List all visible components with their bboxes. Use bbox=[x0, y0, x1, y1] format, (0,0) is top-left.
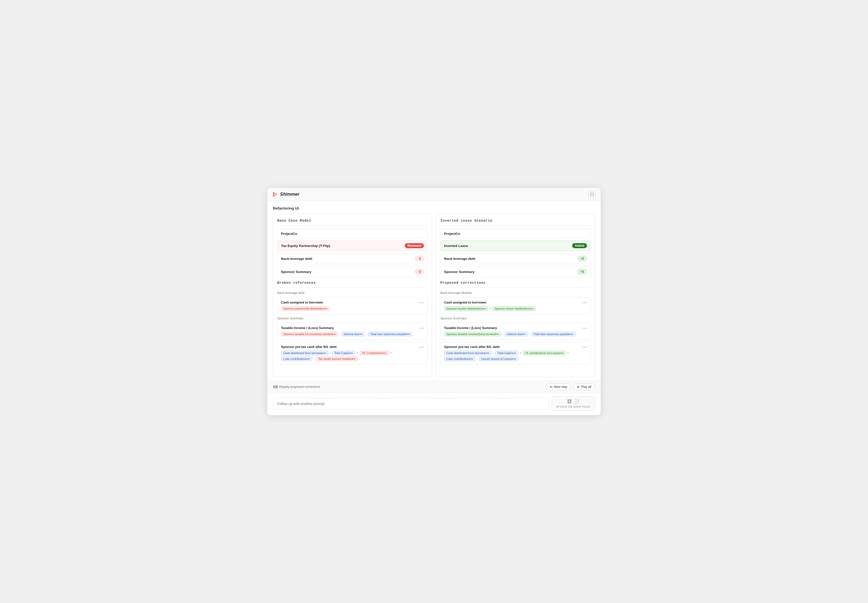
inverted-model-list: ProjectCo Inverted Lease Added Back-leve… bbox=[440, 229, 591, 277]
play-icon bbox=[577, 385, 580, 388]
correction-pretax-tags: Cash distributed from borrower••• - Tota… bbox=[444, 351, 587, 361]
tag-sponsor-partnership: Sponsor partnership distribution••• bbox=[281, 306, 329, 311]
page-title: Refactoring UI bbox=[273, 206, 595, 210]
tag-total-capex: Total CapEx••• bbox=[332, 351, 355, 355]
inverted-sponsor-badge: +2 bbox=[578, 269, 587, 274]
op-minus-8: - bbox=[477, 357, 478, 360]
broken-refs-section: Back-leverage debt Cash assigned to borr… bbox=[277, 291, 428, 364]
base-backleverage-badge: -2 bbox=[415, 256, 424, 261]
correction-cash-assigned-card: Cash assigned to borrower Sponsor lessee… bbox=[440, 297, 591, 314]
op-minus-7: - bbox=[493, 351, 494, 355]
inverted-lease-label: Inverted Lease bbox=[444, 244, 468, 248]
tag-te-contributions: TE Contributions••• bbox=[360, 351, 389, 355]
inverted-sponsor-summary-item: Sponsor Summary +2 bbox=[440, 266, 591, 277]
broken-refs-title: Broken references bbox=[277, 281, 428, 288]
op-plus-1: + bbox=[357, 351, 358, 355]
file-attach-icons: 🖼 📄 bbox=[567, 399, 579, 405]
correction-taxable-income-title: Taxable Income / (Loss) Summary bbox=[444, 326, 587, 330]
inverted-projectco-item: ProjectCo bbox=[440, 229, 591, 238]
svg-marker-0 bbox=[274, 192, 277, 196]
app-title: Shimmer bbox=[280, 192, 300, 197]
op-plus-3: + bbox=[489, 307, 491, 310]
inverted-projectco-label: ProjectCo bbox=[444, 232, 460, 236]
broken-pretax-cash-card: Sponsor pre-tax cash after B/L debt Cash… bbox=[277, 342, 428, 364]
main-content: Refactoring UI Base Case Model ProjectCo… bbox=[267, 201, 601, 380]
tag-corrected-loan-exp: Total loan expenses payable••• bbox=[531, 332, 575, 336]
base-case-title: Base Case Model bbox=[277, 219, 428, 226]
tag-lessor-buyout: Lessor buyout of Lessee••• bbox=[479, 357, 518, 361]
inverted-backleverage-badge: +2 bbox=[578, 256, 587, 261]
op-minus-6: - bbox=[529, 332, 530, 336]
broken-cash-assigned-card: Cash assigned to borrower Sponsor partne… bbox=[277, 297, 428, 314]
correction-pretax-cash-card: Sponsor pre-tax cash after B/L debt Cash… bbox=[440, 342, 591, 364]
base-removed-badge: Removed bbox=[405, 243, 424, 248]
op-minus-2: - bbox=[366, 332, 367, 336]
correction-cash-assigned-title: Cash assigned to borrower bbox=[444, 300, 587, 304]
image-attach-icon: 🖼 bbox=[567, 399, 572, 405]
tag-tax-equity-buyout: Tax equity buyout modeled••• bbox=[316, 357, 358, 361]
tag-corrected-interest: Interest due••• bbox=[505, 332, 528, 336]
base-sponsor-summary-label: Sponsor Summary bbox=[281, 270, 311, 274]
display-corrections-label: Display proposed corrections bbox=[279, 385, 320, 389]
inverted-lease-title: Inverted Lease Scenario bbox=[440, 219, 591, 226]
op-minus-1: - bbox=[339, 332, 340, 336]
bottom-actions: Next step Play all bbox=[546, 383, 595, 390]
display-corrections-link[interactable]: ⌨ Display proposed corrections bbox=[273, 385, 320, 389]
skip-icon bbox=[550, 385, 553, 388]
correction-taxable-menu[interactable]: ••• bbox=[582, 326, 587, 330]
expand-button[interactable] bbox=[588, 191, 596, 198]
broken-taxable-income-card: Taxable Income / (Loss) Summary Sponsor … bbox=[277, 323, 428, 340]
tag-interest-due: Interest due••• bbox=[341, 332, 364, 336]
logo-icon bbox=[272, 192, 278, 197]
correction-sponsor-summary-group: Sponsor Summary Taxable Income / (Loss) … bbox=[440, 317, 591, 364]
next-step-label: Next step bbox=[554, 385, 567, 389]
correction-taxable-tags: Sponsor taxable income/(loss) booked••• … bbox=[444, 332, 587, 336]
broken-pretax-menu[interactable]: ••• bbox=[419, 345, 425, 349]
base-tax-equity-label: Tax Equity Partnership (T-Flip) bbox=[281, 244, 330, 248]
broken-cash-assigned-tags: Sponsor partnership distribution••• bbox=[281, 306, 424, 311]
prompt-input[interactable] bbox=[273, 398, 548, 410]
tag-corrected-loan-contrib: Loan contributions••• bbox=[444, 357, 476, 361]
correction-pretax-title: Sponsor pre-tax cash after B/L debt bbox=[444, 345, 587, 349]
play-all-button[interactable]: Play all bbox=[573, 383, 595, 390]
op-plus-5: + bbox=[567, 351, 569, 355]
play-all-label: Play all bbox=[581, 385, 591, 389]
tag-te-via-lessee: TE contributions via Lessee••• bbox=[523, 351, 566, 355]
proposed-corrections-title: Proposed corrections bbox=[440, 281, 591, 288]
correction-pretax-menu[interactable]: ••• bbox=[582, 345, 587, 349]
base-backleverage-item: Back-leverage debt -2 bbox=[277, 253, 428, 264]
logo: Shimmer bbox=[272, 192, 300, 197]
next-step-button[interactable]: Next step bbox=[546, 383, 571, 390]
correction-cash-menu[interactable]: ••• bbox=[582, 300, 587, 305]
base-projectco-label: ProjectCo bbox=[281, 232, 297, 236]
broken-sponsor-summary-group: Sponsor Summary Taxable Income / (Loss) … bbox=[277, 317, 428, 364]
tag-sponsor-lessor: Sponsor lessor distributions••• bbox=[492, 306, 536, 311]
broken-taxable-menu[interactable]: ••• bbox=[419, 326, 425, 330]
op-plus-2: + bbox=[390, 351, 392, 355]
tag-corrected-sponsor-taxable: Sponsor taxable income/(loss) booked••• bbox=[444, 332, 501, 336]
op-minus-5: - bbox=[502, 332, 504, 336]
op-plus-4: + bbox=[520, 351, 521, 355]
corrections-section: Back-leverage Module Cash assigned to bo… bbox=[440, 291, 591, 364]
broken-taxable-income-tags: Sponsor taxable income/(loss) booked••• … bbox=[281, 332, 424, 336]
base-backleverage-label: Back-leverage debt bbox=[281, 257, 312, 261]
broken-cash-menu[interactable]: ••• bbox=[419, 300, 425, 305]
svg-rect-2 bbox=[552, 386, 552, 388]
tag-sponsor-lessee: Sponsor lessee distributions••• bbox=[444, 306, 488, 311]
input-area: 🖼 📄 ATTACH OR DROP FILES bbox=[267, 393, 601, 415]
two-column-layout: Base Case Model ProjectCo Tax Equity Par… bbox=[273, 214, 595, 377]
file-attach-icon: 📄 bbox=[574, 399, 579, 405]
tag-total-loan: Total loan expenses payable••• bbox=[368, 332, 412, 336]
bottom-bar: ⌨ Display proposed corrections Next step… bbox=[267, 380, 601, 393]
correction-backleverage-group: Back-leverage Module Cash assigned to bo… bbox=[440, 291, 591, 314]
tag-corrected-capex: Total CapEx••• bbox=[495, 351, 518, 355]
tag-loan-contributions: Loan contributions••• bbox=[281, 357, 312, 361]
base-projectco-item: ProjectCo bbox=[277, 229, 428, 238]
base-sponsor-badge: -2 bbox=[415, 269, 424, 274]
broken-pretax-cash-tags: Cash distributed from borrower••• - Tota… bbox=[281, 351, 424, 361]
inverted-added-badge: Added bbox=[572, 243, 587, 248]
correction-backleverage-subtitle: Back-leverage Module bbox=[440, 291, 591, 295]
file-attach-area[interactable]: 🖼 📄 ATTACH OR DROP FILES bbox=[551, 396, 595, 411]
inverted-sponsor-label: Sponsor Summary bbox=[444, 270, 474, 274]
tag-corrected-cash-dist: Cash distributed from borrower••• bbox=[444, 351, 491, 355]
